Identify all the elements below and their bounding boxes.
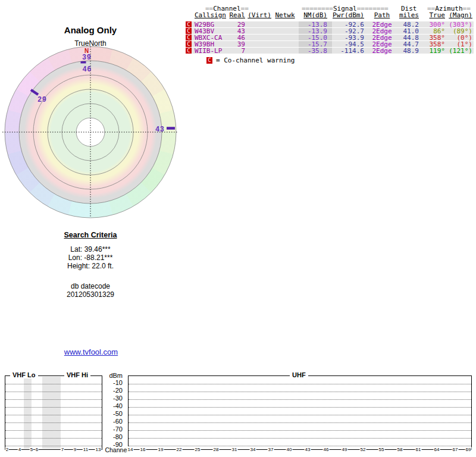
- channel-tick-46: 46: [323, 447, 330, 453]
- dbm-tick--40: -40: [95, 402, 123, 409]
- channel-tick-61: 61: [415, 447, 422, 453]
- channel-tick-43: 43: [305, 447, 311, 453]
- tvfool-link[interactable]: www.tvfool.com: [64, 348, 118, 356]
- radar-plot: N 39 46 29 43: [1, 43, 180, 221]
- channel-tick-4: 4: [18, 447, 21, 453]
- gridline--90: [129, 446, 471, 446]
- cell-pwr: -92.6: [332, 21, 368, 27]
- channel-tick-37: 37: [268, 447, 274, 453]
- cell-c: C: [186, 41, 192, 47]
- gridline--70: [129, 430, 471, 431]
- azimuth-eq-left: ==: [427, 5, 435, 12]
- cell-callsign: WIIB-LP: [192, 48, 228, 54]
- latitude-value: Lat: 39.46***: [24, 245, 157, 253]
- cell-c: C: [186, 21, 192, 27]
- gridline--40: [129, 407, 471, 408]
- col-magn: (Magn): [445, 12, 474, 20]
- channel-eq-right: ==: [241, 5, 249, 12]
- col-netwk: Netwk: [271, 12, 299, 20]
- cell-pwr: -93.9: [332, 35, 368, 40]
- radar-label-ch39: 39: [82, 53, 91, 61]
- cell-magn: (0°): [445, 35, 474, 40]
- db-datecode-value: 201205301329: [24, 290, 157, 299]
- radar-title: Analog Only: [24, 25, 157, 35]
- gridline--40: [5, 407, 102, 408]
- channel-tick-2: 2: [5, 447, 9, 453]
- cell-path: 2Edge: [368, 21, 396, 27]
- vhf-panel: [5, 375, 102, 450]
- cell-nm: -15.0: [299, 35, 332, 40]
- vhf-hi-label: VHF Hi: [64, 371, 90, 378]
- signal-eq-right: ========: [357, 5, 389, 12]
- cell-pwr: -94.5: [332, 41, 368, 47]
- channel-tick-6: 6: [35, 447, 39, 453]
- table-header-row: Callsign Real (Virt) Netwk NM(dB) Pwr(dB…: [186, 12, 474, 20]
- cell-magn: (121°): [445, 48, 474, 54]
- cell-true: 358°: [422, 35, 445, 40]
- azimuth-eq-right: ==: [463, 5, 471, 12]
- cell-nm: -35.8: [299, 48, 332, 54]
- cell-callsign: W43BV: [192, 28, 228, 34]
- cell-nm: -13.9: [299, 28, 332, 34]
- station-rows: CW29BG29-13.8-92.62Edge48.2300°(303°)CW4…: [186, 21, 474, 54]
- longitude-value: Lon: -88.21***: [24, 253, 157, 262]
- gridline--50: [5, 415, 102, 415]
- table-group-header-row: ==Channel== ========Signal======== Dist …: [186, 5, 474, 12]
- dbm-tick--70: -70: [95, 425, 123, 433]
- gridline--80: [129, 438, 471, 439]
- cell-c: C: [186, 35, 192, 40]
- cell-virt: [245, 41, 271, 47]
- dbm-tick--10: -10: [95, 379, 123, 386]
- channel-tick-22: 22: [176, 447, 183, 453]
- channel-tick-13: 13: [95, 447, 102, 453]
- dbm-tick--30: -30: [95, 395, 123, 402]
- vhf-lo-label: VHF Lo: [10, 371, 38, 378]
- co-channel-symbol: C: [206, 57, 212, 64]
- cell-true: 358°: [422, 41, 445, 47]
- channel-tick-40: 40: [286, 447, 293, 453]
- channel-tick-19: 19: [158, 447, 164, 453]
- cell-callsign: WBXC-CA: [192, 35, 228, 40]
- cell-magn: (303°): [445, 21, 474, 27]
- cell-real: 7: [228, 48, 245, 54]
- gridline--30: [129, 399, 471, 400]
- group-header-dist: Dist: [401, 5, 417, 12]
- cell-real: 46: [228, 35, 245, 40]
- cell-callsign: W29BG: [192, 21, 228, 27]
- cell-true: 86°: [422, 28, 445, 34]
- channel-group-label: Channel: [213, 5, 240, 12]
- channel-tick-9: 9: [73, 447, 77, 453]
- cell-virt: [245, 48, 271, 54]
- channel-tick-28: 28: [213, 447, 220, 453]
- col-virt: (Virt): [245, 12, 271, 20]
- col-warning: [186, 12, 192, 20]
- height-value: Height: 22.0 ft.: [24, 262, 157, 270]
- gridline--50: [129, 415, 471, 415]
- channel-tick-58: 58: [397, 447, 403, 453]
- channel-tick-69: 69: [465, 447, 472, 453]
- cell-nm: -15.7: [299, 41, 332, 47]
- gridline--60: [129, 422, 471, 423]
- channel-tick-11: 11: [83, 447, 89, 453]
- table-row: CW43BV43-13.9-92.72Edge41.086°(89°): [186, 28, 474, 34]
- col-callsign: Callsign: [192, 12, 228, 20]
- co-channel-legend: C = Co-channel warning: [206, 57, 474, 64]
- cell-real: 39: [228, 41, 245, 47]
- channel-tick-16: 16: [140, 447, 146, 453]
- table-row: CWIIB-LP7-35.8-114.62Edge48.9119°(121°): [186, 48, 474, 54]
- db-datecode-label: db datecode: [24, 282, 157, 290]
- gridline--70: [5, 430, 102, 431]
- channel-tick-5: 5: [30, 447, 33, 453]
- col-nm: NM(dB): [299, 12, 332, 20]
- cell-path: 2Edge: [368, 35, 396, 40]
- gridline--10: [129, 384, 471, 384]
- cell-c: C: [186, 28, 192, 34]
- channel-tick-7: 7: [61, 447, 64, 453]
- dbm-tick--50: -50: [95, 410, 123, 417]
- cell-path: 2Edge: [368, 41, 396, 47]
- dbm-axis-label: dBm: [95, 372, 123, 379]
- col-miles: miles: [396, 12, 422, 20]
- signal-group-label: Signal: [333, 5, 357, 12]
- channel-eq-left: ==: [205, 5, 213, 12]
- cell-virt: [245, 21, 271, 27]
